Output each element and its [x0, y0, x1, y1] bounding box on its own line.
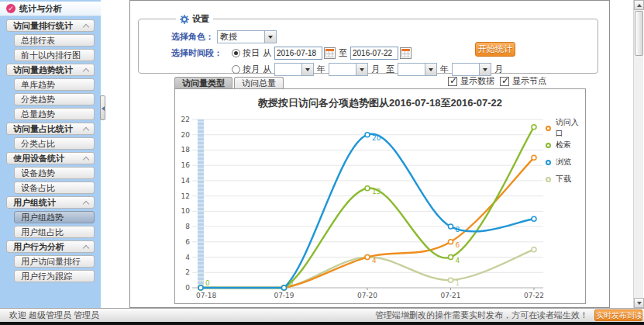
svg-text:0: 0 [289, 279, 294, 287]
svg-text:1: 1 [456, 279, 460, 287]
chevron-up-icon [83, 24, 89, 30]
check-circle-icon: ✓ [6, 4, 15, 13]
chevron-down-icon [305, 68, 310, 71]
role-row: 选择角色： 教授 [171, 29, 598, 44]
from-year-value [275, 64, 301, 75]
chart-container: 教授按日访问各分项趋势图从2016-07-18至2016-07-22 02468… [174, 88, 586, 304]
legend-item[interactable]: 浏览 [546, 154, 585, 171]
svg-text:4: 4 [456, 257, 460, 264]
legend-item[interactable]: 下载 [546, 171, 585, 188]
chevron-down-icon [429, 68, 433, 71]
status-bar: 欢迎 超级管理员 管理员 管理端增删改的操作需要实时发布，方可在读者端生效！ 实… [0, 308, 644, 322]
publish-notice-text: 管理端增删改的操作需要实时发布，方可在读者端生效！ [375, 309, 588, 321]
legend-label: 浏览 [556, 157, 571, 168]
chevron-down-icon [268, 36, 273, 39]
sidebar-group-0[interactable]: 访问量排行统计 [6, 19, 95, 32]
to-month-select[interactable] [452, 63, 491, 76]
vertical-scrollbar[interactable] [633, 0, 643, 308]
scroll-down-button[interactable] [634, 298, 644, 308]
sidebar-group-1[interactable]: 访问量趋势统计 [6, 64, 95, 76]
sidebar-item[interactable]: 分类占比 [14, 137, 95, 150]
to-month-value [453, 64, 479, 75]
by-day-radio[interactable] [232, 49, 240, 57]
role-select[interactable]: 教授 [217, 30, 277, 43]
calendar-icon[interactable] [324, 47, 336, 59]
sidebar-item[interactable]: 分类趋势 [14, 93, 95, 105]
svg-text:07-22: 07-22 [524, 292, 544, 299]
year-label: 年 [317, 64, 325, 75]
sidebar-group-2[interactable]: 访问量占比统计 [6, 123, 95, 135]
sidebar-item[interactable]: 设备趋势 [14, 167, 95, 179]
month-label: 月 [371, 64, 380, 75]
from-year-select[interactable] [274, 63, 314, 76]
svg-text:6: 6 [456, 241, 460, 249]
svg-text:4: 4 [185, 254, 190, 261]
sidebar-item[interactable]: 用户组趋势 [14, 211, 95, 223]
from-year-arrow[interactable] [301, 64, 313, 75]
date-from-input[interactable] [274, 47, 322, 60]
sidebar-item[interactable]: 总量趋势 [14, 108, 95, 120]
sidebar-item[interactable]: 用户访问量排行 [14, 255, 95, 268]
publish-button[interactable]: 实时发布到读者端 [594, 309, 642, 321]
settings-fieldset: 设置 选择角色： 教授 选择时间段： 按日 从 至 [138, 13, 598, 74]
sidebar-collapse-handle[interactable] [100, 95, 105, 120]
chevron-up-icon [83, 201, 89, 207]
year-label: 年 [440, 64, 449, 75]
from-month-select[interactable] [329, 63, 368, 76]
role-label: 选择角色： [171, 31, 214, 43]
from-month-arrow[interactable] [356, 64, 367, 75]
from-label: 从 [263, 47, 271, 59]
settings-title: 设置 [192, 13, 209, 25]
role-select-arrow[interactable] [264, 31, 276, 43]
legend-item[interactable]: 检索 [546, 137, 585, 154]
svg-text:12: 12 [181, 192, 190, 200]
sidebar-item[interactable]: 用户组占比 [14, 226, 95, 238]
tab-1[interactable]: 访问总量 [234, 77, 284, 89]
svg-text:0: 0 [205, 279, 210, 287]
scroll-up-button[interactable] [634, 0, 644, 10]
scrollbar-thumb[interactable] [635, 11, 643, 56]
sidebar-item[interactable]: 单库趋势 [14, 78, 95, 91]
legend-item[interactable]: 访问入口 [546, 119, 585, 137]
sidebar-menu: 访问量排行统计总排行表前十以内排行图访问量趋势统计单库趋势分类趋势总量趋势访问量… [0, 19, 101, 285]
svg-text:6: 6 [185, 238, 190, 246]
sidebar-group-3[interactable]: 使用设备统计 [6, 152, 95, 164]
main-panel: 设置 选择角色： 教授 选择时间段： 按日 从 至 [129, 0, 610, 308]
svg-text:07-21: 07-21 [440, 292, 460, 299]
sidebar-group-5[interactable]: 用户行为分析 [6, 240, 95, 253]
svg-text:07-20: 07-20 [357, 292, 377, 299]
legend-label: 检索 [556, 140, 571, 150]
svg-text:2: 2 [185, 268, 190, 276]
svg-text:8: 8 [185, 223, 190, 230]
tab-0[interactable]: 访问量类型 [174, 77, 232, 89]
svg-text:07-19: 07-19 [274, 292, 294, 299]
to-year-value [398, 64, 425, 75]
legend-marker-icon [546, 160, 551, 165]
month-label: 月 [494, 64, 503, 75]
to-label: 至 [339, 47, 347, 59]
trend-line-chart: 024681012141618202207-1807-1907-2007-210… [175, 89, 585, 303]
role-select-value: 教授 [218, 31, 264, 43]
sidebar-item[interactable]: 前十以内排行图 [14, 49, 95, 61]
settings-legend: 设置 [176, 13, 213, 25]
chevron-down-icon [483, 68, 487, 71]
svg-text:4: 4 [372, 257, 377, 264]
to-month-arrow[interactable] [479, 64, 491, 75]
to-year-select[interactable] [398, 63, 437, 76]
svg-text:18: 18 [181, 146, 191, 154]
sidebar-group-4[interactable]: 用户组统计 [6, 196, 95, 209]
date-to-input[interactable] [350, 47, 398, 60]
to-year-arrow[interactable] [425, 64, 436, 75]
sidebar-item[interactable]: 设备占比 [14, 182, 95, 194]
by-month-radio[interactable] [232, 65, 240, 74]
page: ✓ 统计与分析 访问量排行统计总排行表前十以内排行图访问量趋势统计单库趋势分类趋… [0, 0, 644, 325]
sidebar-item[interactable]: 用户行为跟踪 [14, 270, 95, 282]
show-data-checkbox[interactable] [448, 77, 457, 86]
start-statistics-button[interactable]: 开始统计 [475, 42, 515, 57]
calendar-icon[interactable] [400, 47, 412, 59]
welcome-text: 欢迎 超级管理员 管理员 [9, 309, 99, 321]
legend-label: 访问入口 [556, 117, 585, 139]
sidebar-item[interactable]: 总排行表 [14, 34, 95, 47]
legend-label: 下载 [556, 174, 571, 185]
show-nodes-checkbox[interactable] [500, 77, 509, 86]
